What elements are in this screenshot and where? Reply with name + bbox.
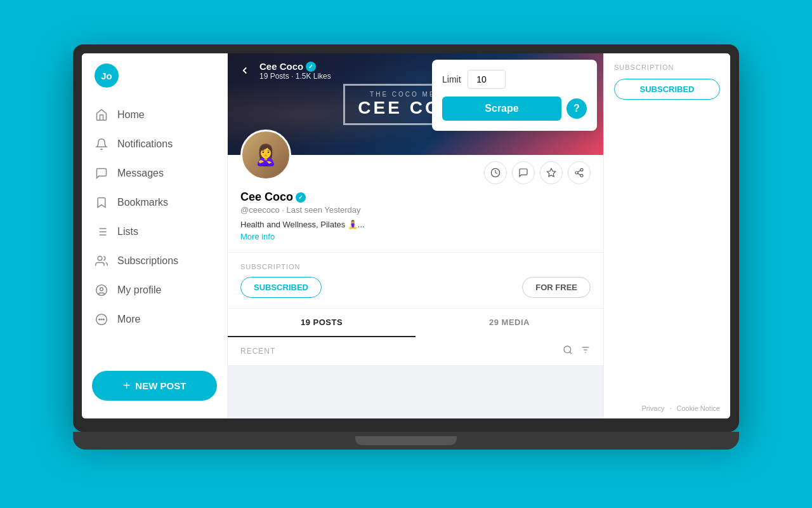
subscriptions-icon: [95, 254, 108, 268]
right-subscribed-button[interactable]: SUBSCRIBED: [614, 79, 720, 100]
sidebar-item-messages[interactable]: Messages: [82, 159, 227, 188]
profile-bio: Health and Wellness, Pilates 🧘‍♀️...: [240, 220, 591, 229]
sidebar-item-subscriptions[interactable]: Subscriptions: [82, 246, 227, 276]
scraper-limit-row: Limit: [442, 70, 587, 89]
sidebar: Jo Home: [82, 53, 228, 418]
svg-point-7: [96, 285, 107, 296]
subscribed-button[interactable]: SUBSCRIBED: [240, 277, 322, 298]
scraper-action-row: Scrape ?: [442, 97, 587, 121]
svg-line-21: [570, 352, 572, 354]
right-subscription-label: SUBSCRIPTION: [614, 64, 720, 71]
sidebar-item-lists[interactable]: Lists: [82, 217, 227, 246]
main-content: Cee Coco ✓ 19 Posts · 1.5K Likes: [228, 53, 603, 418]
subscription-buttons: SUBSCRIBED FOR FREE: [240, 277, 591, 298]
footer-cookie[interactable]: Cookie Notice: [677, 404, 720, 412]
profile-avatar: 🙎‍♀️: [240, 130, 291, 180]
sidebar-my-profile-label: My profile: [117, 284, 161, 296]
avatar[interactable]: Jo: [95, 64, 119, 88]
svg-point-10: [99, 319, 100, 320]
profile-photo-area: 🙎‍♀️: [228, 130, 603, 184]
user-circle-icon: [95, 283, 108, 297]
profile-info: Cee Coco ✓ @ceecoco · Last seen Yesterda…: [228, 184, 603, 252]
scraper-limit-label: Limit: [442, 74, 461, 84]
svg-point-6: [98, 257, 102, 261]
scraper-help-button[interactable]: ?: [566, 98, 587, 119]
sidebar-home-label: Home: [117, 109, 145, 121]
recent-label: RECENT: [240, 347, 275, 356]
sidebar-item-more[interactable]: More: [82, 305, 227, 334]
laptop-wrapper: Jo Home: [73, 44, 739, 464]
profile-name: Cee Coco ✓: [240, 190, 591, 204]
sidebar-bookmarks-label: Bookmarks: [117, 197, 168, 208]
recent-icons: [563, 345, 591, 358]
list-icon: [95, 225, 108, 239]
sidebar-item-bookmarks[interactable]: Bookmarks: [82, 188, 227, 217]
sidebar-lists-label: Lists: [117, 226, 138, 237]
scraper-limit-input[interactable]: [468, 70, 506, 89]
sidebar-item-home[interactable]: Home: [82, 100, 227, 130]
svg-point-20: [564, 346, 571, 353]
profile-actions: [484, 161, 591, 184]
svg-point-16: [575, 171, 578, 174]
new-post-button[interactable]: + NEW POST: [92, 371, 217, 401]
bell-icon: [95, 137, 108, 151]
profile-handle: @ceecoco · Last seen Yesterday: [240, 205, 591, 215]
more-info-link[interactable]: More info: [240, 232, 275, 241]
sidebar-item-my-profile[interactable]: My profile: [82, 276, 227, 305]
screen: Jo Home: [82, 53, 730, 418]
tip-button[interactable]: [484, 161, 507, 184]
footer-privacy[interactable]: Privacy: [641, 404, 664, 412]
right-sidebar: SUBSCRIPTION SUBSCRIBED Privacy · Cookie…: [603, 53, 730, 418]
for-free-button[interactable]: FOR FREE: [522, 277, 591, 298]
right-footer: Privacy · Cookie Notice: [641, 404, 720, 412]
search-icon[interactable]: [563, 345, 573, 358]
svg-point-8: [100, 288, 103, 291]
svg-point-17: [580, 175, 583, 177]
bookmark-icon: [95, 196, 108, 210]
sidebar-notifications-label: Notifications: [117, 138, 173, 150]
svg-point-15: [580, 168, 583, 171]
recent-section: RECENT: [228, 337, 603, 365]
plus-icon: +: [123, 378, 131, 393]
message-profile-button[interactable]: [512, 161, 535, 184]
svg-line-18: [578, 173, 581, 175]
scrape-button[interactable]: Scrape: [442, 97, 561, 121]
favorite-button[interactable]: [540, 161, 563, 184]
sidebar-nav: Home Notifications: [82, 100, 227, 363]
svg-marker-14: [547, 168, 555, 177]
filter-icon[interactable]: [580, 345, 591, 358]
message-icon: [95, 166, 108, 180]
svg-line-19: [578, 170, 581, 172]
profile-tabs: 19 POSTS 29 MEDIA: [228, 308, 603, 337]
subscription-section: SUBSCRIPTION SUBSCRIBED FOR FREE: [228, 252, 603, 308]
tab-media[interactable]: 29 MEDIA: [416, 309, 603, 337]
svg-point-12: [103, 319, 105, 320]
sidebar-subscriptions-label: Subscriptions: [117, 255, 178, 267]
share-button[interactable]: [568, 161, 591, 184]
svg-point-11: [101, 319, 102, 320]
sidebar-item-notifications[interactable]: Notifications: [82, 130, 227, 159]
scraper-panel: Limit Scrape ?: [432, 60, 597, 131]
laptop-base: [73, 432, 739, 450]
tab-posts[interactable]: 19 POSTS: [228, 309, 416, 337]
home-icon: [95, 108, 108, 122]
sidebar-messages-label: Messages: [117, 168, 164, 179]
laptop-hinge: [355, 436, 457, 445]
verified-badge: ✓: [296, 192, 306, 203]
sidebar-more-label: More: [117, 314, 140, 325]
subscription-section-label: SUBSCRIPTION: [240, 263, 591, 271]
new-post-label: NEW POST: [135, 380, 186, 391]
more-circle-icon: [95, 312, 108, 326]
footer-separator: ·: [669, 404, 671, 412]
laptop-body: Jo Home: [73, 44, 739, 432]
